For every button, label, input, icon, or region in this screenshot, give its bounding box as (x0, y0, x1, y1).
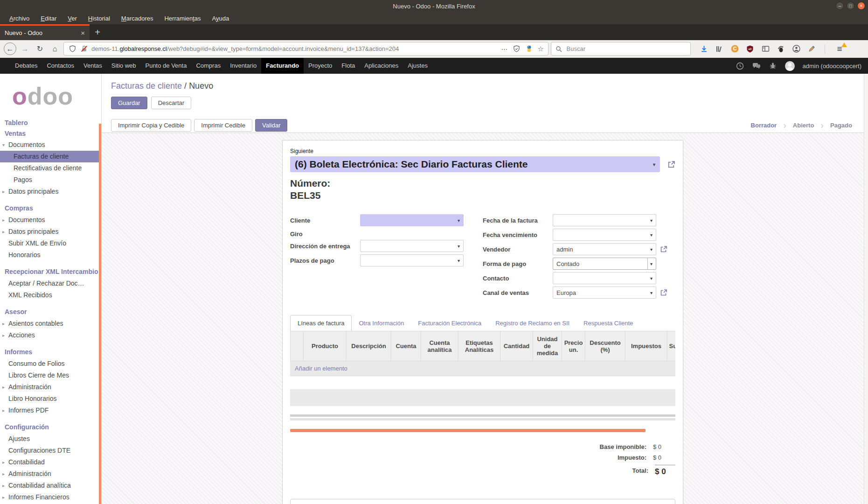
sidebar-item-ajustes[interactable]: Ajustes (0, 433, 101, 445)
new-tab-button[interactable]: + (90, 24, 105, 40)
sidebar-section-recepcionar-xml[interactable]: Recepcionar XML Intercambio (0, 266, 101, 278)
search-input[interactable] (566, 45, 687, 53)
state-borrador[interactable]: Borrador (744, 122, 784, 129)
page-actions-icon[interactable]: ⋯ (501, 45, 508, 53)
menu-ayuda[interactable]: Ayuda (207, 15, 235, 22)
ublock-shield-icon[interactable]: uO (746, 45, 754, 53)
sidebar-section-configuracion[interactable]: Configuración (0, 421, 101, 433)
external-link-icon[interactable] (660, 245, 667, 253)
fecha-factura-select[interactable]: ▾ (553, 214, 656, 226)
sidebar-item-rectificativas-de-cliente[interactable]: Rectificativas de cliente (0, 162, 101, 174)
insecure-lock-icon[interactable] (80, 45, 88, 53)
state-pagado[interactable]: Pagado (824, 122, 859, 129)
nav-flota[interactable]: Flota (337, 58, 360, 74)
tab-otra-informacion[interactable]: Otra Información (352, 315, 411, 331)
direccion-entrega-select[interactable]: ▾ (360, 240, 464, 252)
sidebar-toggle-icon[interactable] (761, 45, 770, 53)
url-bar[interactable]: demos-11.globalresponse.cl/web?debug#id=… (63, 42, 549, 56)
tab-close-icon[interactable]: × (77, 29, 85, 37)
tab-lineas-de-factura[interactable]: Líneas de factura (290, 315, 352, 331)
sidebar-item-xml-recibidos[interactable]: XML Recibidos (0, 289, 101, 301)
nav-ajustes[interactable]: Ajustes (403, 58, 432, 74)
download-icon[interactable] (700, 45, 708, 53)
forward-icon[interactable]: → (19, 42, 31, 55)
sidebar-section-asesor[interactable]: Asesor (0, 306, 101, 318)
sidebar-item-contabilidad-analitica[interactable]: ▸Contabilidad analítica (0, 480, 101, 491)
sidebar-item-administracion-config[interactable]: ▸Administración (0, 468, 101, 480)
external-link-icon[interactable] (667, 161, 675, 168)
sidebar-item-informes-pdf[interactable]: ▸Informes PDF (0, 405, 101, 416)
nav-punto-de-venta[interactable]: Punto de Venta (140, 58, 191, 74)
odoo-logo[interactable]: odoo (12, 84, 101, 108)
nav-ventas[interactable]: Ventas (79, 58, 107, 74)
menu-hamburger-icon[interactable]: ≡ (834, 44, 845, 54)
menu-marcadores[interactable]: Marcadores (116, 15, 159, 22)
canal-ventas-select[interactable]: Europa▾ (553, 287, 656, 299)
sidebar-item-acciones[interactable]: ▸Acciones (0, 329, 101, 341)
siguiente-select[interactable]: (6) Boleta Electrónica: Sec Diario Factu… (290, 156, 660, 172)
sidebar-item-pagos[interactable]: Pagos (0, 174, 101, 186)
close-button[interactable]: × (857, 2, 865, 10)
menu-ver[interactable]: Ver (62, 15, 83, 22)
extension-c-icon[interactable]: C (730, 45, 739, 53)
sidebar-scrollbar[interactable] (99, 124, 101, 504)
nav-aplicaciones[interactable]: Aplicaciones (360, 58, 403, 74)
browser-tab[interactable]: Nuevo - Odoo × (0, 24, 90, 40)
sidebar-item-consumo-de-folios[interactable]: Consumo de Folios (0, 358, 101, 370)
sidebar-item-informes-financieros[interactable]: ▸Informes Financieros (0, 491, 101, 503)
sidebar-item-libros-cierre-de-mes[interactable]: Libros Cierre de Mes (0, 370, 101, 381)
sidebar-link-tablero[interactable]: Tablero (0, 118, 101, 128)
search-bar[interactable] (551, 42, 691, 56)
notes-pencil-icon[interactable] (807, 45, 816, 53)
forma-pago-select[interactable]: Contado▾ (553, 258, 656, 270)
tab-respuesta-cliente[interactable]: Respuesta Cliente (576, 315, 640, 331)
contacto-select[interactable]: ▾ (553, 272, 656, 284)
sidebar-item-aceptar-rechazar-doc[interactable]: Aceptar / Rechazar Doc… (0, 278, 101, 289)
cliente-select[interactable]: ▾ (360, 214, 464, 226)
python-extension-icon[interactable] (525, 45, 534, 53)
save-button[interactable]: Guardar (111, 97, 147, 109)
validate-button[interactable]: Validar (255, 119, 288, 132)
sidebar-section-compras[interactable]: Compras (0, 203, 101, 214)
activities-clock-icon[interactable] (736, 62, 744, 70)
sidebar-item-datos-principales[interactable]: ▸Datos principales (0, 186, 101, 197)
print-copy-cedible-button[interactable]: Imprimir Copia y Cedible (111, 119, 191, 132)
minimize-button[interactable]: – (836, 2, 844, 10)
sidebar-item-documentos[interactable]: ▾Documentos (0, 139, 101, 151)
sidebar-item-contabilidad[interactable]: ▸Contabilidad (0, 456, 101, 468)
account-icon[interactable] (792, 45, 800, 53)
tab-registro-reclamo-sii[interactable]: Registro de Reclamo en SII (488, 315, 576, 331)
menu-historial[interactable]: Historial (83, 15, 116, 22)
sidebar-link-ventas[interactable]: Ventas (0, 128, 101, 139)
sidebar-item-asientos-contables[interactable]: ▸Asientos contables (0, 318, 101, 329)
discard-button[interactable]: Descartar (151, 97, 191, 109)
nav-contactos[interactable]: Contactos (42, 58, 79, 74)
sidebar-item-libro-honorarios[interactable]: Libro Honorarios (0, 393, 101, 405)
external-link-icon[interactable] (660, 289, 667, 296)
nav-sitio-web[interactable]: Sitio web (107, 58, 141, 74)
nav-proyecto[interactable]: Proyecto (304, 58, 337, 74)
debug-bug-icon[interactable] (769, 62, 777, 70)
library-icon[interactable] (715, 45, 723, 53)
vendedor-select[interactable]: admin▾ (553, 243, 656, 255)
menu-editar[interactable]: Editar (35, 15, 62, 22)
home-icon[interactable]: ⌂ (49, 42, 61, 55)
page-scrollbar[interactable] (864, 74, 868, 504)
nav-debates[interactable]: Debates (10, 58, 42, 74)
nav-compras[interactable]: Compras (191, 58, 225, 74)
bookmark-star-icon[interactable]: ☆ (538, 45, 544, 53)
url-text[interactable]: demos-11.globalresponse.cl/web?debug#id=… (91, 45, 498, 52)
sidebar-item-configuraciones-dte[interactable]: Configuraciones DTE (0, 445, 101, 456)
user-avatar[interactable] (785, 61, 795, 71)
menu-herramientas[interactable]: Herramientas (159, 15, 206, 22)
sidebar-item-administracion[interactable]: ▸Administración (0, 381, 101, 393)
shield-check-icon[interactable] (513, 45, 521, 53)
menu-archivo[interactable]: Archivo (4, 15, 35, 22)
tracking-protection-shield-icon[interactable] (68, 45, 76, 53)
reload-icon[interactable]: ↻ (34, 42, 46, 55)
sidebar-item-facturas-de-cliente[interactable]: Facturas de cliente (0, 151, 101, 162)
notes-field[interactable] (290, 499, 675, 504)
fecha-vencimiento-select[interactable]: ▾ (553, 229, 656, 241)
sidebar-item-honorarios[interactable]: Honorarios (0, 249, 101, 261)
sidebar-item-datos-principales-compras[interactable]: ▸Datos principales (0, 226, 101, 238)
